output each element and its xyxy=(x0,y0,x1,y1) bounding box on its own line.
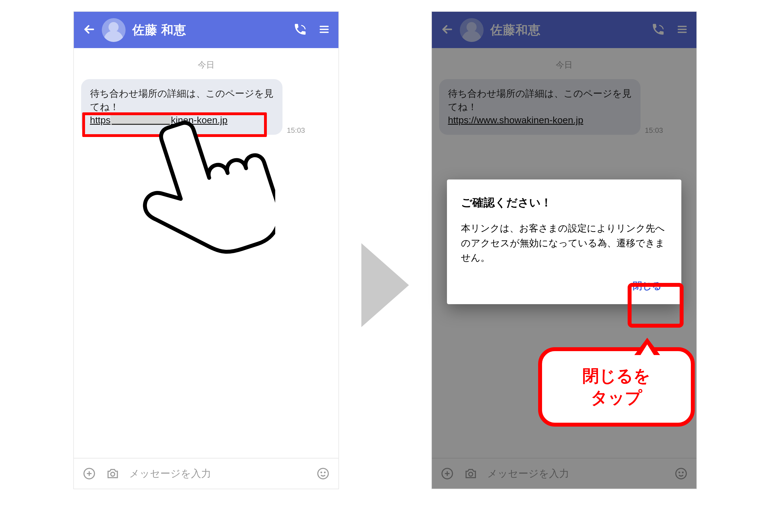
svg-point-6 xyxy=(110,472,114,476)
message-link[interactable]: https://www.showakinen-koen.jp xyxy=(90,115,228,125)
message-row: 待ち合わせ場所の詳細は、このページを見てね！ https://www.showa… xyxy=(74,79,338,135)
left-phone-screen: 佐藤 和恵 今日 待ち合わせ場所の詳細は、このページを見てね！ https://… xyxy=(73,11,339,489)
message-text: 待ち合わせ場所の詳細は、このページを見てね！ xyxy=(90,88,273,112)
right-phone-screen: 佐藤和恵 今日 待ち合わせ場所の詳細は、このページを見てね！ https://w… xyxy=(431,11,697,489)
svg-point-8 xyxy=(321,472,322,473)
callout-tail-icon xyxy=(634,338,660,355)
message-time: 15:03 xyxy=(287,126,305,135)
chat-header: 佐藤 和恵 xyxy=(74,12,338,48)
contact-name: 佐藤 和恵 xyxy=(132,22,293,38)
emoji-icon[interactable] xyxy=(316,467,330,481)
instruction-callout: 閉じるを タップ xyxy=(538,347,695,427)
hamburger-menu-icon[interactable] xyxy=(318,23,330,36)
tap-hand-icon xyxy=(121,107,275,304)
dialog-close-button[interactable]: 閉じる xyxy=(627,276,667,296)
svg-point-7 xyxy=(318,468,328,479)
dialog-body: 本リンクは、お客さまの設定によりリンク先へのアクセスが無効になっている為、遷移で… xyxy=(461,221,667,265)
svg-marker-10 xyxy=(361,243,409,327)
message-input-bar: メッセージを入力 xyxy=(74,458,338,489)
chat-body: 今日 待ち合わせ場所の詳細は、このページを見てね！ https://www.sh… xyxy=(74,48,338,458)
message-input[interactable]: メッセージを入力 xyxy=(129,467,306,481)
callout-text: 閉じるを タップ xyxy=(551,365,682,409)
confirm-dialog: ご確認ください！ 本リンクは、お客さまの設定によりリンク先へのアクセスが無効にな… xyxy=(447,179,681,304)
svg-point-9 xyxy=(324,472,325,473)
back-arrow-icon[interactable] xyxy=(82,22,96,37)
message-bubble: 待ち合わせ場所の詳細は、このページを見てね！ https://www.showa… xyxy=(81,79,282,135)
date-separator: 今日 xyxy=(74,59,338,71)
add-icon[interactable] xyxy=(82,467,96,481)
dialog-title: ご確認ください！ xyxy=(461,195,667,210)
avatar[interactable] xyxy=(102,18,126,42)
call-icon[interactable] xyxy=(293,22,307,37)
next-step-arrow-icon xyxy=(358,240,412,330)
camera-icon[interactable] xyxy=(106,467,120,481)
